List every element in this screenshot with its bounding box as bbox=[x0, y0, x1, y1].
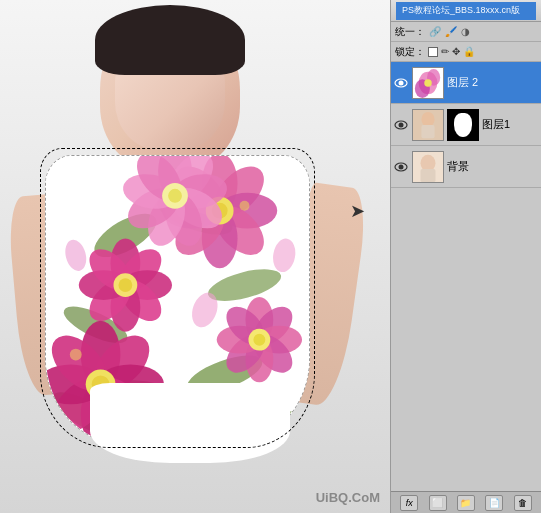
layer1-mask-thumbnail bbox=[447, 109, 479, 141]
lock-paint-icon[interactable]: ✏ bbox=[441, 46, 449, 57]
link-icon[interactable]: 🔗 bbox=[429, 26, 441, 37]
layers-list: 图层 2 图层1 bbox=[391, 62, 541, 491]
layer2-thumbnail bbox=[412, 67, 444, 99]
layer1-name: 图层1 bbox=[482, 117, 539, 132]
svg-point-73 bbox=[399, 122, 404, 127]
canvas-area: ➤ UiBQ.CoM bbox=[0, 0, 390, 513]
layer-item-layer1[interactable]: 图层1 bbox=[391, 104, 541, 146]
layers-panel: PS教程论坛_BBS.18xxx.cn版 统一： 🔗 🖌️ ◑ 锁定： ✏ ✥ … bbox=[390, 0, 541, 513]
svg-rect-81 bbox=[421, 168, 436, 181]
lock-all-icon[interactable]: 🔒 bbox=[463, 46, 475, 57]
layers-title-bar: PS教程论坛_BBS.18xxx.cn版 bbox=[396, 2, 536, 20]
lock-row: 锁定： ✏ ✥ 🔒 bbox=[391, 42, 541, 62]
layers-toolbar: fx ⬜ 📁 📄 🗑 bbox=[391, 491, 541, 513]
svg-point-66 bbox=[399, 80, 404, 85]
hair bbox=[95, 5, 245, 75]
lock-move-icon[interactable]: ✥ bbox=[452, 46, 460, 57]
svg-point-75 bbox=[421, 111, 434, 126]
layer2-name: 图层 2 bbox=[447, 75, 539, 90]
layer1-visibility-eye[interactable] bbox=[393, 117, 409, 133]
watermark: UiBQ.CoM bbox=[316, 490, 380, 505]
layer-item-background[interactable]: 背景 bbox=[391, 146, 541, 188]
selection-marquee bbox=[40, 148, 315, 448]
mask-shape bbox=[454, 113, 472, 137]
background-visibility-eye[interactable] bbox=[393, 159, 409, 175]
svg-point-78 bbox=[399, 164, 404, 169]
unify-row: 统一： 🔗 🖌️ ◑ bbox=[391, 22, 541, 42]
svg-point-71 bbox=[424, 79, 432, 87]
add-style-button[interactable]: fx bbox=[400, 495, 418, 511]
move-cursor-icon: ➤ bbox=[350, 200, 370, 220]
layer-item-layer2[interactable]: 图层 2 bbox=[391, 62, 541, 104]
layer1-photo-thumbnail bbox=[412, 109, 444, 141]
layers-panel-header: PS教程论坛_BBS.18xxx.cn版 bbox=[391, 0, 541, 22]
background-name: 背景 bbox=[447, 159, 539, 174]
add-mask-button[interactable]: ⬜ bbox=[429, 495, 447, 511]
lock-transparent-checkbox[interactable] bbox=[428, 47, 438, 57]
delete-layer-button[interactable]: 🗑 bbox=[514, 495, 532, 511]
svg-rect-76 bbox=[421, 125, 434, 138]
lock-label: 锁定： bbox=[395, 45, 425, 59]
new-layer-button[interactable]: 📄 bbox=[485, 495, 503, 511]
background-thumbnail bbox=[412, 151, 444, 183]
unify-label: 统一： bbox=[395, 25, 425, 39]
opacity-icon[interactable]: ◑ bbox=[461, 26, 470, 37]
layer2-visibility-eye[interactable] bbox=[393, 75, 409, 91]
paint-icon[interactable]: 🖌️ bbox=[445, 26, 457, 37]
layers-panel-title: PS教程论坛_BBS.18xxx.cn版 bbox=[402, 4, 520, 17]
new-group-button[interactable]: 📁 bbox=[457, 495, 475, 511]
